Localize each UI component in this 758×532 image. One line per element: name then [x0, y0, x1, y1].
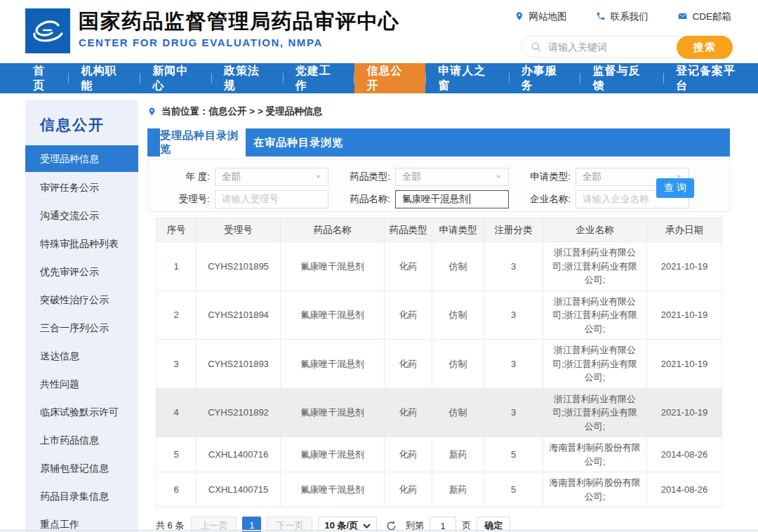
table-row-1: 1CYHS2101895氟康唑干混悬剂化药仿制3浙江普利药业有限公司;浙江普利药… [157, 242, 722, 291]
site-subtitle: CENTER FOR DRUG EVALUATION, NMPA [79, 36, 400, 48]
cell-acceptance-no: CYHS2101895 [197, 242, 281, 291]
sidebar-item-6[interactable]: 三合一序列公示 [25, 314, 138, 342]
cell-date: 2014-08-26 [647, 437, 722, 472]
cell-seq: 2 [157, 291, 197, 340]
utility-links: 网站地图联系我们CDE邮箱 [514, 11, 731, 23]
nav-item-7[interactable]: 办事服务 [510, 63, 580, 93]
sitemap-link[interactable]: 网站地图 [514, 11, 566, 23]
sidebar-item-1[interactable]: 审评任务公示 [25, 173, 138, 201]
nav-item-3[interactable]: 政策法规 [212, 63, 283, 93]
sidebar-item-10[interactable]: 上市药品信息 [25, 426, 138, 454]
site-header: 国家药品监督管理局药品审评中心 CENTER FOR DRUG EVALUATI… [0, 0, 758, 63]
col-header-company: 企业名称 [543, 218, 647, 242]
site-title: 国家药品监督管理局药品审评中心 [79, 8, 400, 34]
tab-1[interactable]: 在审品种目录浏览 [246, 128, 351, 157]
caret-down-icon: ▼ [496, 174, 502, 180]
text-cursor [470, 194, 470, 204]
cde-mail-link[interactable]: CDE邮箱 [677, 11, 731, 23]
filter-label: 药品名称: [345, 193, 390, 206]
year-select[interactable]: 全部▼ [215, 168, 328, 186]
location-pin-icon [147, 106, 157, 117]
search-button[interactable]: 搜索 [677, 36, 733, 59]
sidebar-item-13[interactable]: 重点工作 [25, 510, 138, 532]
mail-icon [677, 11, 688, 23]
sidebar-item-12[interactable]: 药品目录集信息 [25, 482, 138, 510]
cell-reg-class: 3 [484, 291, 543, 340]
col-header-drug-name: 药品名称 [281, 218, 385, 242]
sidebar-item-8[interactable]: 共性问题 [25, 370, 138, 398]
contact-link[interactable]: 联系我们 [596, 11, 648, 23]
drug-type-select[interactable]: 全部▼ [395, 168, 509, 186]
input-placeholder: 请输入企业名称 [583, 193, 649, 206]
sidebar-item-0[interactable]: 受理品种信息 [25, 145, 138, 172]
tab-0[interactable]: 受理品种目录浏览 [160, 128, 246, 157]
nav-item-9[interactable]: 登记备案平台 [664, 63, 758, 93]
filter-panel: 年 度:全部▼药品类型:全部▼申请类型:全部▼ 受理号:请输入受理号药品名称:氟… [147, 159, 730, 212]
cell-apply-type: 新药 [432, 437, 484, 472]
query-button[interactable]: 查询 [656, 178, 694, 198]
cell-reg-class: 5 [484, 437, 543, 472]
col-header-reg-class: 注册分类 [484, 218, 543, 242]
keyword-input[interactable] [548, 37, 674, 56]
cell-drug-name: 氟康唑干混悬剂 [281, 291, 385, 340]
drug-type-select-field: 药品类型:全部▼ [345, 168, 509, 186]
nav-item-8[interactable]: 监督与反馈 [580, 63, 663, 93]
page: 国家药品监督管理局药品审评中心 CENTER FOR DRUG EVALUATI… [0, 0, 758, 532]
sidebar-item-7[interactable]: 送达信息 [25, 342, 138, 370]
cell-drug-type: 化药 [385, 437, 432, 472]
tabbar: 受理品种目录浏览在审品种目录浏览 [147, 128, 730, 157]
acceptance-no-input[interactable]: 请输入受理号 [215, 190, 328, 208]
cell-acceptance-no: CXHL1400716 [197, 437, 281, 472]
sidebar-menu: 受理品种信息审评任务公示沟通交流公示特殊审批品种列表优先审评公示突破性治疗公示三… [25, 145, 138, 532]
sidebar-item-9[interactable]: 临床试验默示许可 [25, 398, 138, 426]
nav-item-2[interactable]: 新闻中心 [140, 63, 211, 93]
cell-acceptance-no: CXHL1400715 [197, 472, 281, 507]
cell-date: 2021-10-19 [647, 340, 722, 389]
nav-item-4[interactable]: 党建工作 [284, 63, 354, 93]
nav-item-1[interactable]: 机构职能 [69, 63, 140, 93]
search-icon [531, 41, 542, 55]
sidebar-item-2[interactable]: 沟通交流公示 [25, 201, 138, 230]
sidebar-item-3[interactable]: 特殊审批品种列表 [25, 230, 138, 258]
cell-acceptance-no: CYHS2101892 [197, 388, 281, 437]
sidebar-item-4[interactable]: 优先审评公示 [25, 258, 138, 286]
drug-name-input[interactable]: 氟康唑干混悬剂 [395, 190, 509, 208]
filter-label: 企业名称: [526, 193, 571, 206]
cell-acceptance-no: CYHS2101894 [197, 291, 281, 340]
col-header-seq: 序号 [157, 218, 197, 242]
cell-reg-class: 3 [484, 340, 543, 389]
table-row-2: 2CYHS2101894氟康唑干混悬剂化药仿制3浙江普利药业有限公司;浙江普利药… [157, 291, 722, 340]
utility-link-label: 联系我们 [610, 11, 648, 23]
caret-down-icon: ▼ [315, 174, 321, 180]
input-placeholder: 请输入受理号 [222, 193, 279, 206]
breadcrumb-text: 当前位置：信息公开 > > 受理品种信息 [161, 105, 323, 118]
acceptance-no-input-field: 受理号:请输入受理号 [165, 190, 328, 208]
cell-seq: 3 [157, 340, 197, 389]
cell-drug-type: 化药 [385, 388, 432, 437]
utility-link-label: CDE邮箱 [692, 11, 731, 23]
nav-item-6[interactable]: 申请人之窗 [426, 63, 508, 93]
nav-item-5[interactable]: 信息公开 [354, 63, 425, 93]
cell-acceptance-no: CYHS2101893 [197, 340, 281, 389]
select-value: 全部 [402, 171, 421, 183]
cell-company: 浙江普利药业有限公司;浙江普利药业有限公司; [543, 242, 647, 291]
nav-item-0[interactable]: 首页 [21, 63, 68, 93]
content: 当前位置：信息公开 > > 受理品种信息 受理品种目录浏览在审品种目录浏览 年 … [147, 100, 730, 532]
sidebar-item-5[interactable]: 突破性治疗公示 [25, 286, 138, 314]
cell-seq: 4 [157, 388, 197, 437]
select-value: 全部 [222, 171, 241, 183]
sidebar-title: 信息公开 [25, 100, 138, 145]
cell-drug-name: 氟康唑干混悬剂 [281, 437, 385, 472]
sidebar-item-11[interactable]: 原辅包登记信息 [25, 454, 138, 482]
filter-label: 受理号: [165, 193, 210, 206]
col-header-date: 承办日期 [647, 218, 722, 242]
main-nav: 首页机构职能新闻中心政策法规党建工作信息公开申请人之窗办事服务监督与反馈登记备案… [0, 63, 758, 93]
select-value: 全部 [583, 171, 601, 183]
map-pin-icon [514, 11, 524, 23]
table-header-row: 序号受理号药品名称药品类型申请类型注册分类企业名称承办日期 [157, 218, 722, 242]
year-select-field: 年 度:全部▼ [165, 168, 328, 186]
utility-link-label: 网站地图 [528, 11, 566, 23]
cell-date: 2021-10-19 [647, 388, 722, 437]
filter-label: 药品类型: [345, 171, 390, 183]
table-row-5: 5CXHL1400716氟康唑干混悬剂化药新药5海南普利制药股份有限公司;201… [157, 437, 722, 472]
